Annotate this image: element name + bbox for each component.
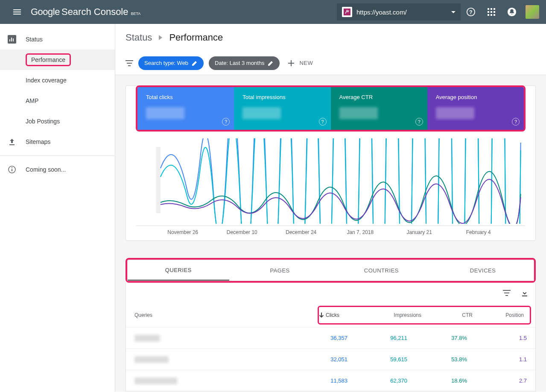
table-row[interactable]: 32,05159,61553.8%1.1 xyxy=(126,348,535,370)
x-tick: January 21 xyxy=(390,229,449,235)
sidebar-item-performance[interactable]: Performance xyxy=(0,50,115,70)
help-icon[interactable]: ? xyxy=(319,118,327,126)
filter-list-icon[interactable] xyxy=(503,290,511,296)
metric-tile-position[interactable]: Average position ? xyxy=(427,87,524,130)
table-row[interactable]: 11,58362,37018.6%2.7 xyxy=(126,370,535,391)
tab-countries[interactable]: COUNTRIES xyxy=(331,260,432,281)
svg-rect-14 xyxy=(9,39,10,41)
sidebar-label-sitemaps: Sitemaps xyxy=(26,138,50,145)
filter-icon[interactable] xyxy=(126,60,133,66)
th-position[interactable]: Position xyxy=(473,312,524,318)
cell-impressions: 62,370 xyxy=(347,377,407,384)
dropdown-icon xyxy=(451,11,455,13)
table-header-row: Queries Clicks Impressions CTR Position xyxy=(126,303,535,327)
svg-rect-6 xyxy=(488,11,489,13)
cell-impressions: 96,211 xyxy=(347,335,407,341)
cell-clicks: 32,051 xyxy=(288,356,347,363)
plus-icon xyxy=(288,60,294,66)
performance-chart-card: Total clicks ? Total impressions ? Avera… xyxy=(126,85,536,241)
x-tick: Jan 7, 2018 xyxy=(331,229,390,235)
cell-query xyxy=(134,335,288,342)
help-icon[interactable]: ? xyxy=(512,118,520,126)
sidebar-item-coming-soon: Coming soon... xyxy=(0,159,115,180)
help-icon[interactable]: ? xyxy=(415,118,423,126)
cell-ctr: 37.8% xyxy=(407,335,467,341)
menu-icon xyxy=(13,9,21,15)
x-tick: December 10 xyxy=(213,229,272,235)
x-tick: December 24 xyxy=(272,229,331,235)
cell-position: 1.1 xyxy=(467,356,527,363)
chip-search-type-label: Search type: Web xyxy=(144,60,188,66)
apps-button[interactable] xyxy=(481,2,502,22)
sidebar-label-amp: AMP xyxy=(26,97,38,104)
svg-rect-3 xyxy=(488,8,489,10)
cell-position: 2.7 xyxy=(467,377,527,384)
property-selector[interactable]: https://yoast.com/ xyxy=(337,3,461,20)
svg-rect-20 xyxy=(156,147,161,213)
metric-title-position: Average position xyxy=(436,94,515,100)
metric-tile-impressions[interactable]: Total impressions ? xyxy=(234,87,330,130)
tab-queries[interactable]: QUERIES xyxy=(128,260,229,281)
user-avatar[interactable] xyxy=(526,5,539,19)
th-ctr[interactable]: CTR xyxy=(421,312,473,318)
x-tick: November 26 xyxy=(153,229,213,235)
property-url: https://yoast.com/ xyxy=(356,9,447,16)
sidebar-item-job-postings[interactable]: Job Postings xyxy=(0,111,115,132)
download-icon[interactable] xyxy=(521,289,528,297)
th-impressions[interactable]: Impressions xyxy=(370,312,421,318)
svg-rect-4 xyxy=(491,8,492,10)
pencil-icon xyxy=(268,60,274,66)
pencil-icon xyxy=(192,60,198,66)
svg-rect-10 xyxy=(491,14,492,16)
cell-ctr: 18.6% xyxy=(407,377,467,384)
chart-x-axis: November 26 December 10 December 24 Jan … xyxy=(136,225,525,235)
sidebar-item-index-coverage[interactable]: Index coverage xyxy=(0,70,115,91)
logo: Google Search Console BETA xyxy=(31,6,140,18)
sidebar-label-performance: Performance xyxy=(26,53,71,66)
filter-bar: Search type: Web Date: Last 3 months NEW xyxy=(115,51,546,75)
help-button[interactable]: ? xyxy=(461,2,481,22)
cell-impressions: 59,615 xyxy=(347,356,407,363)
svg-rect-11 xyxy=(493,14,495,16)
notifications-button[interactable] xyxy=(502,2,522,22)
svg-rect-16 xyxy=(13,38,14,41)
chip-date[interactable]: Date: Last 3 months xyxy=(209,56,280,70)
metrics-row: Total clicks ? Total impressions ? Avera… xyxy=(137,87,524,130)
tab-devices[interactable]: DEVICES xyxy=(432,260,534,281)
svg-rect-15 xyxy=(11,38,12,41)
sidebar-item-status[interactable]: Status xyxy=(0,29,115,50)
breadcrumb-status[interactable]: Status xyxy=(126,32,152,43)
metric-title-ctr: Average CTR xyxy=(339,94,419,100)
cell-query xyxy=(134,356,288,363)
tab-pages[interactable]: PAGES xyxy=(229,260,331,281)
logo-google: Google xyxy=(31,6,60,18)
help-icon: ? xyxy=(466,7,476,17)
metric-title-impressions: Total impressions xyxy=(242,94,322,100)
svg-text:?: ? xyxy=(469,9,473,15)
info-icon xyxy=(8,166,16,173)
metric-tile-clicks[interactable]: Total clicks ? xyxy=(137,87,234,130)
svg-rect-5 xyxy=(493,8,495,10)
sidebar-item-sitemaps[interactable]: Sitemaps xyxy=(0,132,115,152)
metric-tile-ctr[interactable]: Average CTR ? xyxy=(331,87,427,130)
queries-table: Queries Clicks Impressions CTR Position … xyxy=(126,283,536,392)
svg-rect-8 xyxy=(493,11,495,13)
hamburger-menu-button[interactable] xyxy=(7,2,27,22)
bell-icon xyxy=(507,7,517,17)
svg-rect-9 xyxy=(488,14,489,16)
cell-position: 1.5 xyxy=(467,335,527,341)
cell-ctr: 53.8% xyxy=(407,356,467,363)
new-label: NEW xyxy=(299,60,313,66)
table-row[interactable]: 36,35796,21137.8%1.5 xyxy=(126,327,535,348)
chip-search-type[interactable]: Search type: Web xyxy=(138,56,204,70)
sidebar-item-amp[interactable]: AMP xyxy=(0,91,115,111)
breadcrumb-performance: Performance xyxy=(169,32,223,43)
sidebar: Status Performance Index coverage AMP Jo… xyxy=(0,24,115,392)
cell-clicks: 36,357 xyxy=(288,335,347,341)
th-clicks[interactable]: Clicks xyxy=(319,312,370,318)
new-filter-button[interactable]: NEW xyxy=(288,60,313,66)
chevron-right-icon xyxy=(159,35,162,40)
metric-value-impressions xyxy=(242,107,281,119)
apps-icon xyxy=(488,8,495,16)
help-icon[interactable]: ? xyxy=(222,118,230,126)
